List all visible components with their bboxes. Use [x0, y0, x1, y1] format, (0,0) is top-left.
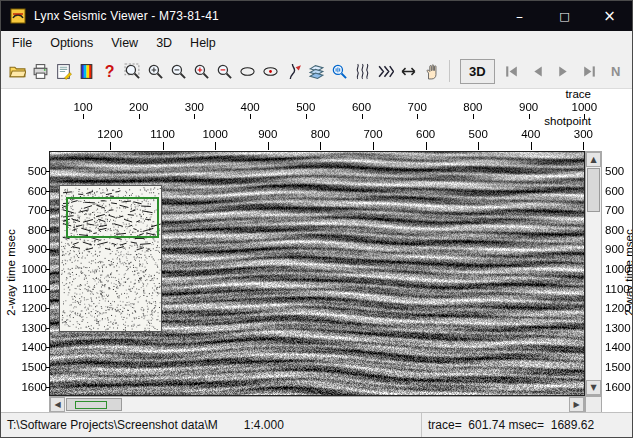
- time-tick-mark-left: [46, 210, 50, 211]
- shotpoint-tick-mark: [478, 142, 479, 150]
- export-image-button[interactable]: [52, 59, 75, 83]
- menu-file[interactable]: File: [3, 33, 41, 53]
- previous-button[interactable]: [525, 59, 551, 83]
- time-tick-mark-left: [46, 289, 50, 290]
- shotpoint-tick-mark: [583, 142, 584, 150]
- wiggle-traces-button[interactable]: [351, 59, 374, 83]
- statusbar-readout: trace= 601.74 msec= 1689.62: [428, 418, 594, 432]
- time-tick-label-right: 700: [605, 204, 633, 217]
- time-tick-label-left: 1400: [15, 341, 47, 354]
- time-tick-label-right: 1200: [605, 302, 633, 315]
- menu-view[interactable]: View: [102, 33, 147, 53]
- colorbar-button[interactable]: [75, 59, 98, 83]
- time-tick-mark-left: [46, 249, 50, 250]
- scrollbar-corner: [585, 396, 602, 413]
- n-toggle-button[interactable]: N: [603, 59, 629, 83]
- fit-width-button[interactable]: [397, 59, 420, 83]
- time-tick-label-left: 1500: [15, 361, 47, 374]
- menu-options[interactable]: Options: [41, 33, 102, 53]
- shotpoint-tick-mark: [268, 142, 269, 150]
- shotpoint-tick-mark: [373, 142, 374, 150]
- menu-3d[interactable]: 3D: [147, 33, 181, 53]
- toolbar-separator: [449, 60, 450, 82]
- pan-hand-icon: [423, 63, 440, 80]
- trace-tick-label: 100: [58, 101, 108, 114]
- trace-tick-mark: [362, 114, 363, 119]
- ellipse-pick-button[interactable]: [259, 59, 282, 83]
- shotpoint-tick-label: 1000: [190, 128, 240, 141]
- time-tick-label-left: 800: [15, 224, 47, 237]
- pan-hand-button[interactable]: [420, 59, 443, 83]
- help-button[interactable]: ?: [98, 59, 121, 83]
- time-tick-label-right: 1500: [605, 361, 633, 374]
- trace-tick-mark: [417, 114, 418, 119]
- toolbar-nav-group: N: [499, 59, 629, 83]
- vertical-scroll-thumb[interactable]: [587, 168, 600, 212]
- time-tick-label-right: 1000: [605, 263, 633, 276]
- next-button[interactable]: [551, 59, 577, 83]
- shotpoint-tick-label: 900: [243, 128, 293, 141]
- horizon-flatten-button[interactable]: [305, 59, 328, 83]
- close-button[interactable]: ×: [587, 1, 632, 31]
- zoom-out-fixed-button[interactable]: [213, 59, 236, 83]
- shotpoint-tick-label: 500: [453, 128, 503, 141]
- menu-help[interactable]: Help: [181, 33, 225, 53]
- time-tick-label-right: 800: [605, 224, 633, 237]
- trace-tick-label: 500: [281, 101, 331, 114]
- print-button[interactable]: [29, 59, 52, 83]
- zoom-in-fixed-button[interactable]: [190, 59, 213, 83]
- shotpoint-tick-label: 400: [506, 128, 556, 141]
- locator-rectangle[interactable]: [66, 197, 159, 238]
- trace-magnify-button[interactable]: [328, 59, 351, 83]
- zoom-window-button[interactable]: [121, 59, 144, 83]
- last-button[interactable]: [577, 59, 603, 83]
- time-tick-mark-left: [46, 347, 50, 348]
- minimize-button[interactable]: –: [497, 1, 542, 31]
- zoom-out-button[interactable]: [167, 59, 190, 83]
- zoom-out-icon: [170, 63, 187, 80]
- time-tick-mark-left: [46, 230, 50, 231]
- open-file-button[interactable]: [6, 59, 29, 83]
- shotpoint-tick-label: 800: [295, 128, 345, 141]
- trace-tick-mark: [529, 114, 530, 119]
- zoom-out-fixed-icon: [216, 63, 233, 80]
- trace-tick-label: 400: [225, 101, 275, 114]
- horizontal-scroll-thumb[interactable]: [66, 398, 122, 411]
- shotpoint-tick-label: 600: [401, 128, 451, 141]
- time-tick-label-left: 1300: [15, 322, 47, 335]
- trace-tick-label: 1000: [559, 101, 609, 114]
- shotpoint-tick-mark: [215, 142, 216, 150]
- trace-step-button[interactable]: [374, 59, 397, 83]
- statusbar-scale: 1:4.000: [244, 418, 284, 432]
- maximize-button[interactable]: □: [542, 1, 587, 31]
- vertical-scrollbar[interactable]: ▲ ▼: [585, 151, 602, 396]
- scroll-left-button[interactable]: ◀: [50, 397, 65, 412]
- statusbar-path-pane: T:\Software Projects\Screenshot data\M 1…: [7, 413, 284, 437]
- trace-tick-mark: [194, 114, 195, 119]
- ellipse-tool-button[interactable]: [236, 59, 259, 83]
- scroll-right-button[interactable]: ▶: [569, 397, 584, 412]
- zoom-in-button[interactable]: [144, 59, 167, 83]
- time-tick-label-right: 1300: [605, 322, 633, 335]
- shotpoint-tick-label: 700: [348, 128, 398, 141]
- scroll-down-button[interactable]: ▼: [586, 380, 601, 395]
- scroll-up-button[interactable]: ▲: [586, 152, 601, 167]
- export-image-icon: [55, 63, 72, 80]
- pick-curve-button[interactable]: [282, 59, 305, 83]
- help-icon: ?: [101, 63, 118, 80]
- horizontal-scrollbar[interactable]: ◀ ▶: [49, 396, 585, 413]
- time-tick-label-left: 600: [15, 185, 47, 198]
- titlebar: Lynx Seismic Viewer - M73-81-41 – □ ×: [1, 1, 632, 31]
- zoom-window-icon: [124, 63, 141, 80]
- 3d-button[interactable]: 3D: [460, 59, 495, 84]
- window-controls: – □ ×: [497, 1, 632, 31]
- trace-step-icon: [377, 63, 394, 80]
- shotpoint-tick-label: 1200: [85, 128, 135, 141]
- first-button[interactable]: [499, 59, 525, 83]
- trace-tick-label: 600: [337, 101, 387, 114]
- print-icon: [32, 63, 49, 80]
- trace-tick-mark: [139, 114, 140, 119]
- time-tick-label-right: 1100: [605, 283, 633, 296]
- time-tick-mark-left: [46, 171, 50, 172]
- trace-tick-label: 200: [114, 101, 164, 114]
